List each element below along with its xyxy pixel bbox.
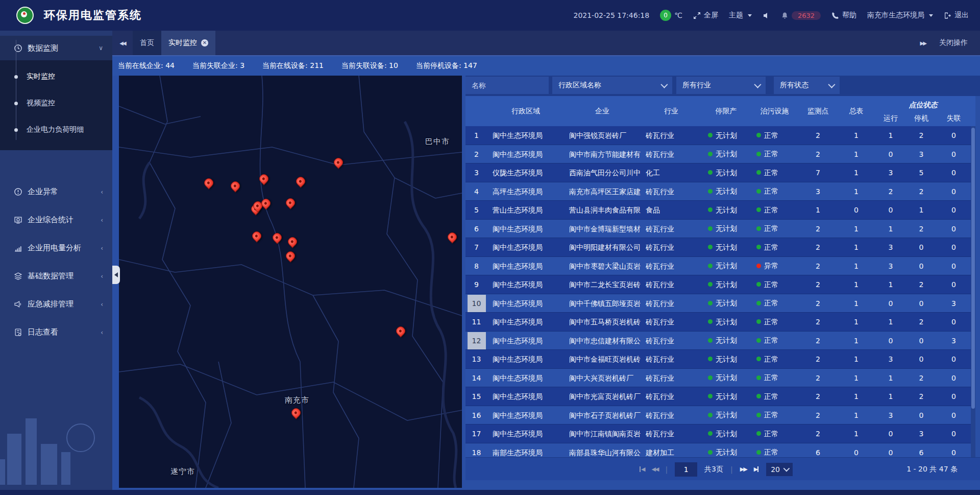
scrollbar-thumb[interactable] xyxy=(971,128,975,409)
table-scrollbar[interactable] xyxy=(971,126,975,457)
cell-lost-count: 0 xyxy=(937,220,971,238)
table-row[interactable]: 2 阆中生态环境局 阆中市南方节能建材有 砖瓦行业 无计划 正常 2 1 0 3… xyxy=(465,145,975,164)
table-row[interactable]: 17 阆中生态环境局 阆中市江南镇阆南页岩 砖瓦行业 无计划 正常 2 1 0 … xyxy=(465,425,975,443)
sidebar-item-1[interactable]: 视频监控 xyxy=(0,90,112,116)
cell-meter-count: 1 xyxy=(837,145,875,163)
bell-icon xyxy=(781,12,789,19)
table-row[interactable]: 7 阆中生态环境局 阆中明阳建材有限公司 砖瓦行业 无计划 正常 2 1 3 0… xyxy=(465,238,975,257)
cell-monitor-count: 2 xyxy=(799,238,837,256)
table-row[interactable]: 8 阆中生态环境局 阆中市枣碧大梁山页岩 砖瓦行业 无计划 异常 2 1 3 0… xyxy=(465,257,975,276)
table-row[interactable]: 16 阆中生态环境局 阆中市石子页岩机砖厂 砖瓦行业 无计划 正常 2 1 3 … xyxy=(465,406,975,425)
row-index: 7 xyxy=(465,238,487,256)
last-page-button[interactable]: ▶ xyxy=(754,466,759,473)
industry-filter-select[interactable]: 所有行业 xyxy=(676,77,766,94)
row-index: 18 xyxy=(465,443,487,458)
mute-button[interactable] xyxy=(763,12,770,19)
cell-region: 阆中生态环境局 xyxy=(487,238,564,256)
sidebar-group-3[interactable]: 企业用电量分析 ‹ xyxy=(0,234,112,262)
cell-run-count: 1 xyxy=(875,369,906,387)
sidebar-group-0[interactable]: 数据监测 ∨ xyxy=(0,36,112,60)
sidebar-group-5[interactable]: 应急减排管理 ‹ xyxy=(0,290,112,318)
fullscreen-icon xyxy=(693,12,701,19)
bullet-icon xyxy=(14,128,18,132)
cell-run-count: 3 xyxy=(875,163,906,182)
first-page-button[interactable]: ◀ xyxy=(639,466,644,473)
theme-dropdown[interactable]: 主题 xyxy=(729,11,752,20)
cell-halt-count: 0 xyxy=(906,257,937,275)
cell-company: 阆中强锐页岩砖厂 xyxy=(564,126,641,145)
table-row[interactable]: 13 阆中生态环境局 阆中市金福旺页岩机砖 砖瓦行业 无计划 正常 2 1 3 … xyxy=(465,350,975,369)
next-page-button[interactable]: ▶▶ xyxy=(740,466,747,473)
close-icon[interactable]: ✕ xyxy=(201,39,208,46)
cell-lost-count: 0 xyxy=(937,163,971,182)
table-row[interactable]: 18 南部生态环境局 南部县珠华山河有限公 建材加工 无计划 正常 6 0 0 … xyxy=(465,443,975,458)
speaker-icon xyxy=(763,12,770,19)
sidebar-collapse-handle[interactable] xyxy=(112,266,120,284)
cell-industry: 化工 xyxy=(641,163,702,182)
sidebar-menu: 数据监测 ∨ 实时监控 视频监控 企业电力负荷明细 企业异常 ‹ 企业综合统计 … xyxy=(0,31,112,150)
table-row[interactable]: 5 营山生态环境局 营山县润丰肉食品有限 食品 无计划 正常 1 0 0 1 0 xyxy=(465,201,975,220)
cell-facility-status: 正常 xyxy=(750,369,799,387)
table-row[interactable]: 9 阆中生态环境局 阆中市二龙长宝页岩砖 砖瓦行业 无计划 正常 2 1 1 2… xyxy=(465,275,975,294)
region-filter-select[interactable]: 行政区域名称 xyxy=(552,77,672,94)
table-row[interactable]: 1 阆中生态环境局 阆中强锐页岩砖厂 砖瓦行业 无计划 正常 2 1 1 2 0 xyxy=(465,126,975,145)
close-operations-button[interactable]: 关闭操作 xyxy=(939,38,968,48)
page-size-select[interactable]: 20 xyxy=(766,463,793,476)
cell-lost-count: 0 xyxy=(937,387,971,406)
row-index: 15 xyxy=(465,387,487,406)
cell-run-count: 0 xyxy=(875,201,906,219)
row-index: 16 xyxy=(465,406,487,425)
tabs-scroll-right-icon[interactable]: ▶▶ xyxy=(920,40,926,46)
cell-region: 阆中生态环境局 xyxy=(487,425,564,443)
row-index: 17 xyxy=(465,425,487,443)
status-filter-select[interactable]: 所有状态 xyxy=(774,77,840,94)
cell-facility-status: 正常 xyxy=(750,406,799,425)
page-number-input[interactable] xyxy=(675,462,697,477)
table-row[interactable]: 6 阆中生态环境局 阆中市金博瑞新型墙材 砖瓦行业 无计划 正常 2 1 1 2… xyxy=(465,220,975,239)
table-row[interactable]: 3 仪陇生态环境局 西南油气田分公司川中 化工 无计划 正常 7 1 3 5 0 xyxy=(465,163,975,182)
fullscreen-button[interactable]: 全屏 xyxy=(693,11,718,20)
cell-lost-count: 0 xyxy=(937,126,971,145)
cell-region: 阆中生态环境局 xyxy=(487,406,564,425)
status-dot-icon xyxy=(756,394,761,398)
cell-stop-status: 无计划 xyxy=(702,369,750,387)
table-row[interactable]: 10 阆中生态环境局 阆中千佛镇五郎垭页岩 砖瓦行业 无计划 正常 2 1 0 … xyxy=(465,294,975,313)
cell-lost-count: 0 xyxy=(937,313,971,331)
logout-button[interactable]: 退出 xyxy=(944,11,969,20)
sidebar-group-2[interactable]: 企业综合统计 ‹ xyxy=(0,206,112,234)
status-dot-icon xyxy=(708,282,713,287)
help-button[interactable]: 帮助 xyxy=(831,11,856,20)
tab-1[interactable]: 实时监控 ✕ xyxy=(161,31,215,55)
name-filter-input[interactable] xyxy=(465,77,549,94)
sidebar-group-6[interactable]: 日志查看 ‹ xyxy=(0,318,112,346)
cell-stop-status: 无计划 xyxy=(702,350,750,368)
cell-region: 营山生态环境局 xyxy=(487,201,564,219)
cell-monitor-count: 2 xyxy=(799,220,837,238)
tab-0[interactable]: 首页 xyxy=(133,31,161,55)
tabs-scroll-left-icon[interactable]: ◀◀ xyxy=(112,31,133,55)
table-row[interactable]: 14 阆中生态环境局 阆中大兴页岩机砖厂 砖瓦行业 无计划 正常 2 1 1 2… xyxy=(465,369,975,388)
sidebar-item-0[interactable]: 实时监控 xyxy=(0,63,112,90)
cell-halt-count: 0 xyxy=(906,238,937,256)
cell-lost-count: 0 xyxy=(937,425,971,443)
org-dropdown[interactable]: 南充市生态环境局 xyxy=(867,11,933,20)
cell-run-count: 0 xyxy=(875,425,906,443)
chevron-down-icon xyxy=(783,465,790,472)
prev-page-button[interactable]: ◀◀ xyxy=(651,466,658,473)
sidebar-item-2[interactable]: 企业电力负荷明细 xyxy=(0,116,112,143)
cell-meter-count: 1 xyxy=(837,350,875,368)
table-row[interactable]: 12 阆中生态环境局 阆中市忠信建材有限公 砖瓦行业 无计划 正常 2 1 0 … xyxy=(465,332,975,350)
map-panel[interactable]: 巴中市南充市遂宁市 xyxy=(119,76,462,488)
sidebar-group-1[interactable]: 企业异常 ‹ xyxy=(0,178,112,206)
stat-3: 当前失联设备: 10 xyxy=(341,61,398,70)
notification-widget[interactable]: 2632 xyxy=(781,11,821,20)
sidebar-group-4[interactable]: 基础数据管理 ‹ xyxy=(0,262,112,290)
row-index: 4 xyxy=(465,182,487,201)
cell-company: 阆中市金福旺页岩机砖 xyxy=(564,350,641,368)
table-row[interactable]: 15 阆中生态环境局 阆中市光富页岩机砖厂 砖瓦行业 无计划 正常 2 1 1 … xyxy=(465,387,975,406)
table-row[interactable]: 4 高坪生态环境局 南充市高坪区王家店建 砖瓦行业 无计划 正常 3 1 2 2… xyxy=(465,182,975,201)
cell-region: 阆中生态环境局 xyxy=(487,313,564,331)
status-dot-icon xyxy=(756,431,761,436)
pagination-bar: ◀ ◀◀ | 共3页 | ▶▶ ▶ 20 1 - 20 共 47 条 xyxy=(465,457,980,480)
table-row[interactable]: 11 阆中生态环境局 阆中市五马桥页岩机砖 砖瓦行业 无计划 正常 2 1 1 … xyxy=(465,313,975,332)
